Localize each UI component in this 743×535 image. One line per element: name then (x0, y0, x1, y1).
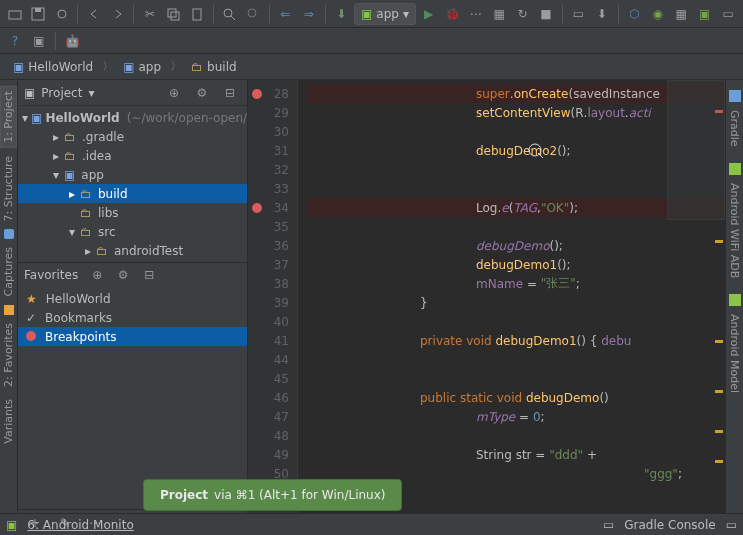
code-line[interactable]: debugDemo1(); (308, 255, 725, 274)
line-number[interactable]: 44 (248, 350, 297, 369)
gear-icon[interactable]: ⚙ (191, 82, 213, 104)
sdk-icon[interactable]: ⬇ (591, 3, 612, 25)
rail-variants[interactable]: Variants (1, 395, 16, 448)
sync-icon[interactable] (51, 3, 72, 25)
line-number[interactable]: 40 (248, 312, 297, 331)
paste-icon[interactable] (186, 3, 207, 25)
line-number[interactable]: 38 (248, 274, 297, 293)
tree-row[interactable]: 🗀libs (18, 203, 247, 222)
favorites-item[interactable]: ★HelloWorld (18, 289, 247, 308)
code-line[interactable] (308, 426, 725, 445)
line-number[interactable]: 32 (248, 160, 297, 179)
run-config-selector[interactable]: ▣ app ▾ (354, 3, 416, 25)
breakpoint-icon[interactable] (252, 89, 262, 99)
tree-row[interactable]: ▾▣app (18, 165, 247, 184)
error-marker[interactable] (715, 110, 723, 113)
expand-icon[interactable]: ▾ (22, 111, 28, 125)
warning-marker[interactable] (715, 390, 723, 393)
expand-icon[interactable]: ▾ (67, 225, 77, 239)
gear-icon[interactable]: ⚙ (112, 264, 134, 286)
debug-icon[interactable]: 🐞 (441, 3, 462, 25)
line-number[interactable]: 29 (248, 103, 297, 122)
git-icon[interactable]: ⬡ (624, 3, 645, 25)
tree-row[interactable]: ▸🗀.idea (18, 146, 247, 165)
terminal-icon[interactable]: ▭ (603, 518, 614, 532)
line-number[interactable]: 37 (248, 255, 297, 274)
code-line[interactable]: Log.e(TAG,"OK"); (308, 198, 725, 217)
code-line[interactable]: private void debugDemo1() { debu (308, 331, 725, 350)
code-line[interactable] (308, 369, 725, 388)
warning-marker[interactable] (715, 340, 723, 343)
android-robot-icon[interactable]: ◉ (647, 3, 668, 25)
breadcrumb-item[interactable]: ▣ app (116, 57, 168, 77)
line-number[interactable]: 34 (248, 198, 297, 217)
code-line[interactable]: String str = "ddd" + (308, 445, 725, 464)
code-line[interactable] (308, 160, 725, 179)
warning-marker[interactable] (715, 430, 723, 433)
favorites-item[interactable]: ✓Bookmarks (18, 308, 247, 327)
find-icon[interactable] (219, 3, 240, 25)
adb-icon[interactable] (729, 163, 741, 175)
rail-project[interactable]: 1: Project (0, 86, 17, 148)
code-line[interactable] (308, 312, 725, 331)
make-icon[interactable]: ⬇ (330, 3, 351, 25)
warning-marker[interactable] (715, 460, 723, 463)
back-icon[interactable]: ⇐ (275, 3, 296, 25)
code-line[interactable]: super.onCreate(savedInstance (308, 84, 725, 103)
line-number[interactable]: 36 (248, 236, 297, 255)
code-editor[interactable]: 2829303132333435363738394041444546474849… (248, 80, 725, 513)
tree-row[interactable]: ▾🗀src (18, 222, 247, 241)
warning-marker[interactable] (715, 240, 723, 243)
code-line[interactable]: mName = "张三"; (308, 274, 725, 293)
rail-dot-icon[interactable] (4, 229, 14, 239)
save-icon[interactable] (27, 3, 48, 25)
collapse-icon[interactable]: ⊕ (86, 264, 108, 286)
line-number[interactable]: 28 (248, 84, 297, 103)
favorites-item[interactable]: Breakpoints (18, 327, 247, 346)
code-line[interactable]: mType = 0; (308, 407, 725, 426)
expand-icon[interactable]: ▸ (67, 187, 77, 201)
expand-icon[interactable]: ▸ (83, 244, 93, 258)
rail-favorites[interactable]: 2: Favorites (1, 319, 16, 391)
extra1-icon[interactable]: ▦ (671, 3, 692, 25)
line-number[interactable]: 31 (248, 141, 297, 160)
status-left[interactable]: 6: Android Monito (27, 518, 133, 532)
android-logo-icon[interactable]: 🤖 (61, 30, 83, 52)
rail-adb[interactable]: Android WiFi ADB (727, 179, 742, 282)
code-line[interactable] (308, 350, 725, 369)
project-tree[interactable]: ▾ ▣ HelloWorld (~/work/open-open/H ▸🗀.gr… (18, 106, 247, 262)
breakpoint-icon[interactable] (252, 203, 262, 213)
dropdown-icon[interactable]: ▾ (88, 86, 94, 100)
line-number[interactable]: 33 (248, 179, 297, 198)
cut-icon[interactable]: ✂ (139, 3, 160, 25)
undo-icon[interactable] (83, 3, 104, 25)
expand-icon[interactable]: ▾ (51, 168, 61, 182)
open-icon[interactable] (4, 3, 25, 25)
hide-icon[interactable]: ⊟ (219, 82, 241, 104)
run-icon[interactable]: ▶ (418, 3, 439, 25)
line-number[interactable]: 45 (248, 369, 297, 388)
gradle-icon[interactable] (729, 90, 741, 102)
editor-code-area[interactable]: super.onCreate(savedInstancesetContentVi… (298, 80, 725, 513)
breadcrumb-item[interactable]: 🗀 build (184, 57, 244, 77)
replace-icon[interactable] (242, 3, 263, 25)
tree-root-row[interactable]: ▾ ▣ HelloWorld (~/work/open-open/H (18, 108, 247, 127)
line-number[interactable]: 30 (248, 122, 297, 141)
expand-icon[interactable]: ▸ (51, 149, 61, 163)
copy-icon[interactable] (163, 3, 184, 25)
redo-icon[interactable] (107, 3, 128, 25)
expand-icon[interactable]: ▸ (51, 130, 61, 144)
line-number[interactable]: 49 (248, 445, 297, 464)
extra3-icon[interactable]: ▭ (717, 3, 738, 25)
line-number[interactable]: 39 (248, 293, 297, 312)
breadcrumb-item[interactable]: ▣ HelloWorld (6, 57, 100, 77)
hide-icon[interactable]: ⊟ (138, 264, 160, 286)
line-number[interactable]: 47 (248, 407, 297, 426)
code-line[interactable]: } (308, 293, 725, 312)
help-icon[interactable]: ? (4, 30, 26, 52)
line-number[interactable]: 48 (248, 426, 297, 445)
code-line[interactable]: debugDemo(); (308, 236, 725, 255)
forward-icon[interactable]: ⇒ (298, 3, 319, 25)
extra2-icon[interactable]: ▣ (694, 3, 715, 25)
line-number[interactable]: 46 (248, 388, 297, 407)
